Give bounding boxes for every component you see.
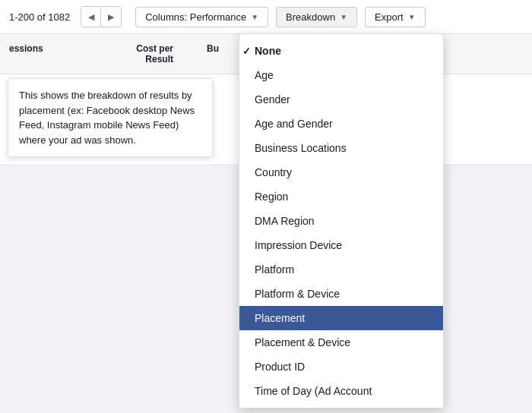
dropdown-item-time-of-day[interactable]: Time of Day (Ad Account	[239, 379, 443, 403]
breakdown-chevron-icon: ▼	[340, 13, 347, 21]
dropdown-item-region[interactable]: Region	[239, 184, 443, 209]
dropdown-item-business-locations[interactable]: Business Locations	[239, 136, 443, 160]
dropdown-item-label-time-of-day: Time of Day (Ad Account	[255, 385, 372, 397]
dropdown-item-impression-device[interactable]: Impression Device	[239, 233, 443, 257]
dropdown-item-age-gender[interactable]: Age and Gender	[239, 112, 443, 136]
export-button[interactable]: Export ▼	[365, 7, 425, 27]
dropdown-item-country[interactable]: Country	[239, 160, 443, 184]
dropdown-item-label-placement: Placement	[255, 312, 305, 324]
dropdown-item-label-dma-region: DMA Region	[255, 215, 315, 227]
toolbar: 1-200 of 1082 ◀ ▶ Columns: Performance ▼…	[0, 0, 532, 34]
prev-page-button[interactable]: ◀	[81, 7, 101, 27]
pagination-info: 1-200 of 1082	[9, 11, 70, 23]
dropdown-item-label-gender: Gender	[255, 93, 290, 106]
dropdown-item-product-id[interactable]: Product ID	[239, 355, 443, 379]
dropdown-item-label-age: Age	[255, 69, 274, 81]
dropdown-item-label-product-id: Product ID	[255, 361, 305, 373]
dropdown-item-none[interactable]: None	[239, 39, 443, 63]
next-page-button[interactable]: ▶	[101, 7, 121, 27]
export-chevron-icon: ▼	[408, 13, 416, 21]
pagination-nav: ◀ ▶	[81, 6, 122, 27]
dropdown-item-age[interactable]: Age	[239, 63, 443, 87]
col-header-cost: Cost per Result	[91, 40, 182, 68]
dropdown-item-placement-device[interactable]: Placement & Device	[239, 330, 443, 355]
columns-button[interactable]: Columns: Performance ▼	[135, 7, 268, 27]
dropdown-item-label-impression-device: Impression Device	[255, 239, 342, 251]
tooltip-text: This shows the breakdown of results by p…	[19, 90, 195, 146]
dropdown-item-label-none: None	[255, 45, 281, 57]
dropdown-item-placement[interactable]: Placement	[239, 306, 443, 330]
breakdown-label: Breakdown	[286, 11, 335, 23]
dropdown-item-label-platform: Platform	[255, 263, 294, 276]
dropdown-item-label-country: Country	[255, 166, 292, 178]
placement-tooltip: This shows the breakdown of results by p…	[8, 78, 213, 157]
dropdown-item-dma-region[interactable]: DMA Region	[239, 209, 443, 233]
columns-label: Columns: Performance	[145, 11, 246, 23]
dropdown-item-label-business-locations: Business Locations	[255, 142, 347, 154]
dropdown-item-platform-device[interactable]: Platform & Device	[239, 282, 443, 306]
breakdown-dropdown: NoneAgeGenderAge and GenderBusiness Loca…	[239, 33, 444, 408]
dropdown-item-label-placement-device: Placement & Device	[255, 336, 350, 348]
dropdown-item-gender[interactable]: Gender	[239, 87, 443, 112]
breakdown-button[interactable]: Breakdown ▼	[276, 7, 357, 27]
dropdown-item-label-age-gender: Age and Gender	[255, 118, 333, 130]
col-header-sessions: essions	[0, 40, 91, 68]
col-header-bu: Bu	[182, 40, 228, 68]
dropdown-item-label-platform-device: Platform & Device	[255, 288, 340, 300]
dropdown-item-label-region: Region	[255, 191, 288, 203]
columns-chevron-icon: ▼	[251, 13, 258, 21]
export-label: Export	[375, 11, 404, 23]
dropdown-item-platform[interactable]: Platform	[239, 257, 443, 282]
